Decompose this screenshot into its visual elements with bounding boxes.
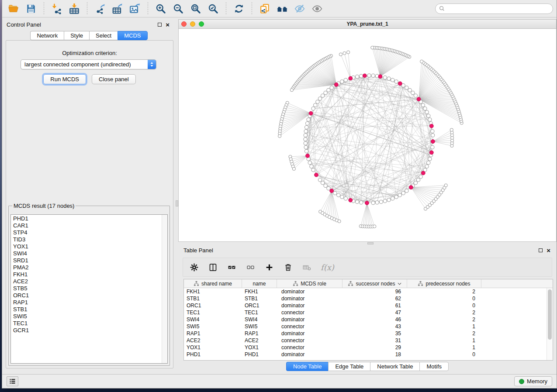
mcds-result-item[interactable]: TEC1 xyxy=(13,320,161,327)
network-canvas[interactable] xyxy=(178,29,557,242)
mcds-result-item[interactable]: STB5 xyxy=(13,285,161,292)
zoom-selected-button[interactable] xyxy=(205,2,221,16)
zoom-fit-button[interactable] xyxy=(188,2,204,16)
table-scrollbar[interactable] xyxy=(547,288,553,360)
export-table-button[interactable] xyxy=(110,2,125,16)
table-options-button[interactable] xyxy=(189,262,199,272)
column-header-name[interactable]: name xyxy=(242,279,277,288)
show-columns-button[interactable] xyxy=(208,262,218,272)
export-image-button[interactable] xyxy=(127,2,143,16)
mcds-result-item[interactable]: SWI5 xyxy=(13,313,161,320)
tab-edge-table[interactable]: Edge Table xyxy=(328,362,370,371)
mcds-result-item[interactable]: STB1 xyxy=(13,306,161,313)
network-graph[interactable] xyxy=(179,29,557,241)
delete-table-button-disabled[interactable] xyxy=(302,262,311,272)
column-label: shared name xyxy=(201,281,232,287)
table-row[interactable]: ORC1ORC1dominator610 xyxy=(184,302,547,309)
network-window-titlebar[interactable]: YPA_prune.txt_1 xyxy=(178,19,557,29)
trash-icon xyxy=(284,263,293,272)
column-header-shared-name[interactable]: shared name xyxy=(184,279,242,288)
search-box[interactable] xyxy=(435,3,553,14)
mcds-result-item[interactable]: SWI4 xyxy=(13,250,161,257)
optimization-criterion-select[interactable]: largest connected component (undirected) xyxy=(21,59,156,69)
mcds-result-item[interactable]: PMA2 xyxy=(13,264,161,271)
search-input[interactable] xyxy=(447,6,549,12)
mcds-result-item[interactable]: STP4 xyxy=(13,229,161,236)
table-row[interactable]: PHD1PHD1dominator180 xyxy=(184,351,547,358)
import-network-button[interactable] xyxy=(49,2,65,16)
mcds-result-item[interactable]: CAR1 xyxy=(13,222,161,229)
first-neighbors-button[interactable] xyxy=(274,2,290,16)
scrollbar-thumb[interactable] xyxy=(548,289,552,340)
close-panel-button[interactable]: Close panel xyxy=(92,74,136,84)
mcds-result-item[interactable]: ORC1 xyxy=(13,292,161,299)
splitter-grip[interactable] xyxy=(367,242,374,244)
table-row[interactable]: RAP1RAP1dominator352 xyxy=(184,330,547,337)
open-session-button[interactable] xyxy=(6,2,21,16)
mcds-result-item[interactable]: SRD1 xyxy=(13,257,161,264)
column-header-successor-nodes[interactable]: successor nodes xyxy=(343,279,407,288)
tab-style[interactable]: Style xyxy=(64,31,89,40)
mcds-result-item[interactable]: YOX1 xyxy=(13,243,161,250)
mcds-result-item[interactable]: FKH1 xyxy=(13,271,161,278)
zoom-in-button[interactable] xyxy=(153,2,169,16)
column-header-predecessor-nodes[interactable]: predecessor nodes xyxy=(407,279,481,288)
function-builder-icon[interactable]: f(x) xyxy=(321,263,334,272)
import-network-icon xyxy=(51,3,62,14)
table-row[interactable]: SWI5SWI5connector431 xyxy=(184,323,547,330)
horizontal-splitter[interactable] xyxy=(178,242,557,245)
zoom-selected-icon xyxy=(208,3,219,14)
select-all-icon xyxy=(227,263,236,272)
zoom-in-icon xyxy=(155,3,166,14)
import-table-button[interactable] xyxy=(66,2,82,16)
mcds-result-item[interactable]: TID3 xyxy=(13,236,161,243)
memory-label: Memory xyxy=(527,378,547,385)
float-panel-icon[interactable] xyxy=(158,23,162,27)
close-panel-icon[interactable]: × xyxy=(166,23,170,27)
column-label: name xyxy=(253,281,266,287)
select-all-button[interactable] xyxy=(227,262,236,272)
table-row[interactable]: ACE2ACE2connector311 xyxy=(184,337,547,344)
tab-mcds[interactable]: MCDS xyxy=(118,31,147,40)
mcds-result-item[interactable]: ACE2 xyxy=(13,278,161,285)
table-row[interactable]: FKH1FKH1dominator962 xyxy=(184,288,547,295)
list-scrollbar[interactable] xyxy=(162,215,167,363)
mcds-result-item[interactable]: RAP1 xyxy=(13,299,161,306)
refresh-view-button[interactable] xyxy=(231,2,247,16)
eye-icon xyxy=(311,3,323,14)
zoom-out-button[interactable] xyxy=(170,2,186,16)
hide-selected-button[interactable] xyxy=(292,2,308,16)
mcds-result-item[interactable]: PHD1 xyxy=(13,215,161,222)
close-panel-icon[interactable]: × xyxy=(547,248,550,252)
table-body[interactable]: FKH1FKH1dominator962 STB1STB1dominator62… xyxy=(184,288,547,360)
mcds-result-list[interactable]: PHD1 CAR1 STP4 TID3 YOX1 SWI4 SRD1 PMA2 … xyxy=(10,214,168,364)
refresh-icon xyxy=(233,3,245,14)
tab-select[interactable]: Select xyxy=(89,31,118,40)
tab-network[interactable]: Network xyxy=(30,31,64,40)
export-network-button[interactable] xyxy=(92,2,108,16)
deselect-all-button[interactable] xyxy=(246,262,255,272)
table-row[interactable]: STB1STB1dominator620 xyxy=(184,295,547,302)
tab-node-table[interactable]: Node Table xyxy=(286,362,329,371)
tab-motifs[interactable]: Motifs xyxy=(419,362,449,371)
memory-button[interactable]: Memory xyxy=(514,376,552,386)
float-panel-icon[interactable] xyxy=(539,248,543,252)
table-row[interactable]: YOX1YOX1connector291 xyxy=(184,344,547,351)
save-session-button[interactable] xyxy=(23,2,39,16)
column-header-mcds-role[interactable]: MCDS role xyxy=(277,279,343,288)
export-network-icon xyxy=(94,3,106,14)
show-all-button[interactable] xyxy=(309,2,325,16)
list-icon xyxy=(9,378,16,385)
select-stepper-icon xyxy=(148,60,156,69)
table-row[interactable]: TEC1TEC1connector472 xyxy=(184,309,547,316)
task-history-button[interactable] xyxy=(7,376,18,386)
delete-column-button[interactable] xyxy=(283,262,293,272)
table-row[interactable]: SWI4SWI4dominator462 xyxy=(184,316,547,323)
clone-network-button[interactable] xyxy=(257,2,273,16)
tab-network-table[interactable]: Network Table xyxy=(370,362,419,371)
export-image-icon xyxy=(129,3,141,14)
run-mcds-button[interactable]: Run MCDS xyxy=(43,74,86,84)
add-column-button[interactable] xyxy=(264,262,274,272)
toolbar-separator xyxy=(226,2,226,15)
mcds-result-item[interactable]: GCR1 xyxy=(13,327,161,334)
